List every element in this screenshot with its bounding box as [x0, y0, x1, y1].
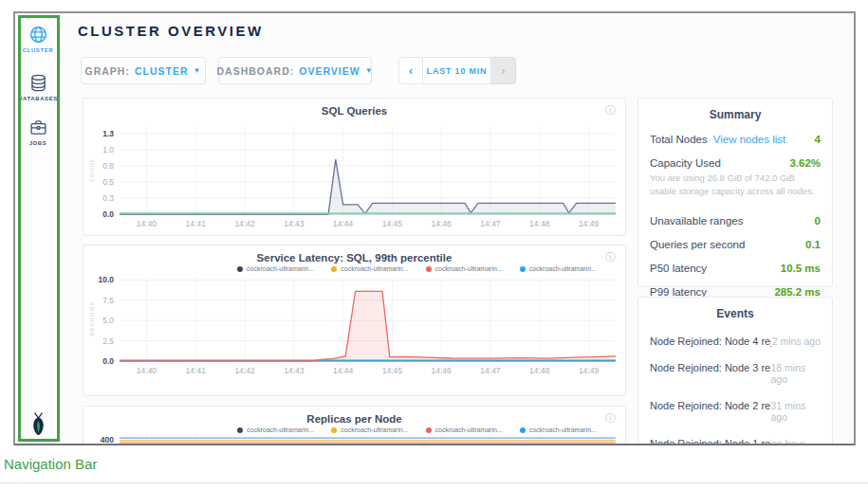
- summary-label: P99 latency: [650, 286, 707, 298]
- summary-row: P99 latency285.2 ms: [650, 286, 821, 298]
- svg-text:1.0: 1.0: [102, 145, 114, 154]
- svg-text:14:47: 14:47: [480, 366, 501, 375]
- svg-text:400: 400: [101, 435, 114, 445]
- view-nodes-link[interactable]: View nodes list: [713, 134, 786, 145]
- svg-text:14:43: 14:43: [284, 219, 305, 228]
- summary-title: Summary: [638, 108, 832, 121]
- event-row[interactable]: Node Rejoined: Node 4 rej...2 mins ago: [650, 336, 821, 347]
- legend-label: cockroach-ultramarin...: [247, 265, 314, 272]
- sidebar-item-cluster[interactable]: CLUSTER: [15, 25, 61, 53]
- svg-text:14:49: 14:49: [579, 219, 600, 228]
- sidebar-item-jobs[interactable]: JOBS: [15, 118, 61, 146]
- legend-label: cockroach-ultramarin...: [529, 426, 597, 433]
- event-row[interactable]: Node Rejoined: Node 3 rej...18 mins ago: [650, 362, 821, 385]
- summary-subtext: You are using 26.8 GiB of 742.0 GiB usab…: [650, 172, 821, 199]
- event-text: Node Rejoined: Node 4 rej...: [650, 336, 771, 347]
- event-row[interactable]: Node Rejoined: Node 1 rej...an hour ago: [650, 438, 821, 445]
- chart-legend: cockroach-ultramarin...cockroach-ultrama…: [216, 426, 618, 433]
- summary-value: 0: [815, 215, 821, 227]
- svg-text:14:42: 14:42: [234, 219, 255, 228]
- legend-item[interactable]: cockroach-ultramarin...: [237, 426, 314, 433]
- summary-value: 4: [815, 134, 821, 145]
- time-range-label[interactable]: LAST 10 MIN: [423, 57, 491, 84]
- event-text: Node Rejoined: Node 3 rej...: [650, 362, 770, 373]
- summary-panel: Summary Total NodesView nodes list4Capac…: [637, 98, 833, 287]
- chart-plot: 0.00.30.50.81.01.314:4014:4114:4214:4314…: [83, 99, 627, 237]
- svg-text:14:45: 14:45: [382, 219, 403, 228]
- svg-text:14:40: 14:40: [137, 366, 157, 375]
- legend-label: cockroach-ultramarin...: [435, 426, 503, 433]
- svg-text:14:41: 14:41: [186, 366, 207, 375]
- briefcase-icon: [28, 118, 48, 137]
- svg-text:0.5: 0.5: [102, 177, 114, 187]
- svg-text:10.0: 10.0: [98, 275, 114, 284]
- event-time: 31 mins ago: [770, 400, 821, 423]
- graph-dropdown-label: GRAPH:: [85, 65, 130, 77]
- summary-row: Capacity Used3.62%: [650, 157, 821, 169]
- legend-label: cockroach-ultramarin...: [247, 426, 314, 433]
- summary-row: P50 latency10.5 ms: [650, 263, 821, 274]
- legend-item[interactable]: cockroach-ultramarin...: [331, 265, 408, 272]
- legend-dot: [426, 427, 432, 433]
- svg-text:14:43: 14:43: [284, 366, 305, 375]
- legend-dot: [520, 266, 526, 272]
- graph-dropdown[interactable]: GRAPH: CLUSTER ▼: [81, 57, 206, 84]
- svg-text:14:45: 14:45: [382, 366, 403, 375]
- databases-icon: [28, 73, 48, 93]
- chart-sql-queries: SQL Queries ⓘ 0.00.30.50.81.01.314:4014:…: [83, 98, 626, 236]
- chevron-down-icon: ▼: [365, 67, 374, 75]
- svg-text:count: count: [87, 159, 96, 183]
- svg-text:14:46: 14:46: [432, 366, 452, 375]
- summary-value: 285.2 ms: [774, 286, 821, 298]
- legend-label: cockroach-ultramarin...: [435, 265, 503, 272]
- summary-label: Total Nodes: [650, 134, 708, 145]
- summary-label: Capacity Used: [650, 157, 721, 169]
- event-time: 2 mins ago: [772, 336, 821, 347]
- legend-dot: [331, 266, 337, 272]
- events-title: Events: [638, 307, 832, 320]
- svg-text:14:40: 14:40: [137, 219, 157, 228]
- app-window: CLUSTERDATABASESJOBS CLUSTER OVERVIEW GR…: [13, 11, 856, 445]
- summary-row: Queries per second0.1: [650, 239, 821, 250]
- svg-text:0.8: 0.8: [102, 161, 114, 171]
- legend-item[interactable]: cockroach-ultramarin...: [426, 265, 503, 272]
- dashboard-dropdown[interactable]: DASHBOARD: OVERVIEW ▼: [218, 57, 372, 84]
- sidebar-item-label: DATABASES: [15, 96, 61, 101]
- chart-replicas-per-node: Replicas per Node ⓘ cockroach-ultramarin…: [83, 406, 626, 445]
- globe-icon: [28, 25, 48, 45]
- svg-text:14:42: 14:42: [234, 366, 255, 375]
- legend-dot: [237, 427, 243, 433]
- screenshot-root: CLUSTERDATABASESJOBS CLUSTER OVERVIEW GR…: [0, 0, 868, 490]
- legend-item[interactable]: cockroach-ultramarin...: [426, 426, 503, 433]
- summary-row: Unavailable ranges0: [650, 215, 821, 227]
- legend-label: cockroach-ultramarin...: [529, 265, 597, 272]
- event-row[interactable]: Node Rejoined: Node 2 rej...31 mins ago: [650, 400, 821, 423]
- annotation-label: Navigation Bar: [4, 456, 97, 472]
- legend-label: cockroach-ultramarin...: [341, 265, 408, 272]
- event-text: Node Rejoined: Node 2 rej...: [650, 400, 770, 411]
- cockroachdb-logo[interactable]: [26, 411, 51, 440]
- svg-text:seconds: seconds: [87, 301, 96, 336]
- legend-item[interactable]: cockroach-ultramarin...: [237, 265, 314, 272]
- svg-text:7.5: 7.5: [102, 296, 114, 305]
- svg-text:0.3: 0.3: [102, 193, 114, 203]
- legend-item[interactable]: cockroach-ultramarin...: [331, 426, 408, 433]
- summary-label: P50 latency: [650, 263, 707, 274]
- svg-text:14:49: 14:49: [579, 366, 600, 375]
- summary-value: 10.5 ms: [781, 263, 821, 274]
- navigation-bar: CLUSTERDATABASESJOBS: [15, 13, 61, 444]
- graph-dropdown-value: CLUSTER: [135, 65, 189, 77]
- time-range-prev-button[interactable]: ‹: [398, 57, 423, 84]
- svg-text:2.5: 2.5: [102, 336, 114, 346]
- legend-item[interactable]: cockroach-ultramarin...: [520, 265, 597, 272]
- legend-dot: [331, 427, 337, 433]
- legend-item[interactable]: cockroach-ultramarin...: [520, 426, 597, 433]
- summary-label: Queries per second: [650, 239, 745, 250]
- summary-value: 0.1: [805, 239, 821, 250]
- sidebar-item-label: JOBS: [15, 140, 61, 146]
- page-divider: [0, 482, 868, 483]
- event-time: an hour ago: [771, 438, 821, 445]
- time-range-next-button[interactable]: ›: [491, 57, 516, 84]
- svg-text:14:41: 14:41: [186, 219, 207, 228]
- sidebar-item-databases[interactable]: DATABASES: [15, 73, 61, 101]
